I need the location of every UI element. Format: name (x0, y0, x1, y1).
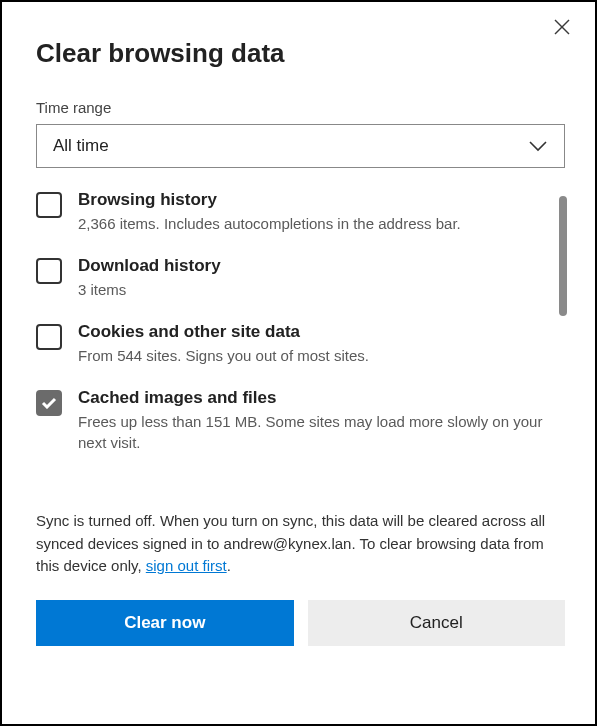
checkbox-download-history[interactable] (36, 258, 62, 284)
checkbox-cached-files[interactable] (36, 390, 62, 416)
option-title: Cookies and other site data (78, 322, 545, 342)
time-range-label: Time range (36, 99, 565, 116)
sync-note: Sync is turned off. When you turn on syn… (36, 510, 565, 578)
option-desc: 3 items (78, 279, 545, 300)
option-desc: 2,366 items. Includes autocompletions in… (78, 213, 545, 234)
sign-out-link[interactable]: sign out first (146, 557, 227, 574)
option-desc: From 544 sites. Signs you out of most si… (78, 345, 545, 366)
option-cookies: Cookies and other site data From 544 sit… (36, 322, 545, 366)
option-title: Download history (78, 256, 545, 276)
cancel-button[interactable]: Cancel (308, 600, 566, 646)
option-desc: Frees up less than 151 MB. Some sites ma… (78, 411, 545, 453)
time-range-select[interactable]: All time (36, 124, 565, 168)
time-range-value: All time (53, 136, 109, 156)
dialog-title: Clear browsing data (36, 38, 565, 69)
close-icon (553, 18, 571, 36)
sync-note-after: . (227, 557, 231, 574)
option-download-history: Download history 3 items (36, 256, 545, 300)
option-title: Cached images and files (78, 388, 545, 408)
scrollbar-thumb[interactable] (559, 196, 567, 316)
chevron-down-icon (528, 140, 548, 152)
checkmark-icon (41, 397, 57, 409)
close-button[interactable] (551, 16, 573, 38)
option-title: Browsing history (78, 190, 545, 210)
clear-now-button[interactable]: Clear now (36, 600, 294, 646)
checkbox-cookies[interactable] (36, 324, 62, 350)
data-type-list: Browsing history 2,366 items. Includes a… (36, 190, 565, 500)
sync-note-text: Sync is turned off. When you turn on syn… (36, 512, 545, 574)
clear-browsing-data-dialog: Clear browsing data Time range All time … (0, 0, 597, 726)
option-cached-files: Cached images and files Frees up less th… (36, 388, 545, 453)
option-browsing-history: Browsing history 2,366 items. Includes a… (36, 190, 545, 234)
checkbox-browsing-history[interactable] (36, 192, 62, 218)
dialog-buttons: Clear now Cancel (36, 600, 565, 646)
